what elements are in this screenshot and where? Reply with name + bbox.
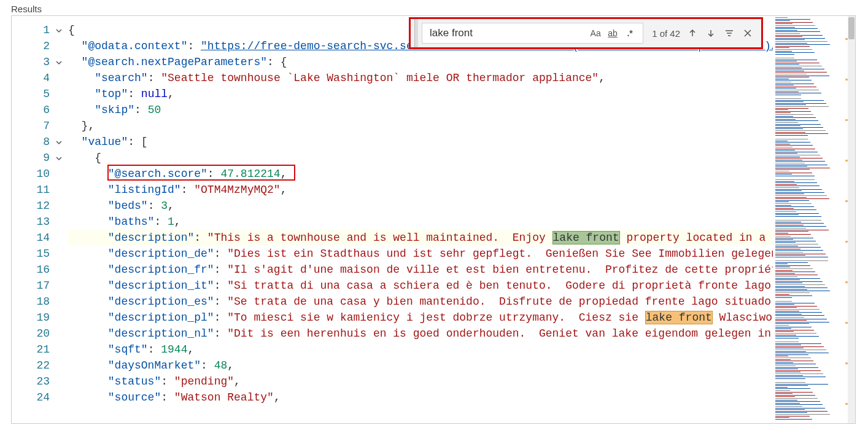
code-line: "description": "This is a townhouse and … xyxy=(68,230,773,246)
code-line: "listingId": "OTM4MzMyMQ2", xyxy=(68,182,773,198)
line-number: 19 xyxy=(12,310,68,326)
find-count: 1 of 42 xyxy=(652,28,680,39)
code-line: "search": "Seattle townhouse `Lake Washi… xyxy=(68,70,773,86)
find-resize-grip[interactable] xyxy=(414,19,418,47)
code-line: { xyxy=(68,150,773,166)
find-input[interactable] xyxy=(428,26,553,40)
line-number: 16 xyxy=(12,262,68,278)
code-line: "sqft": 1944, xyxy=(68,342,773,358)
regex-icon[interactable]: .* xyxy=(623,28,637,38)
search-match: lake front xyxy=(645,311,713,324)
code-line: "description_nl": "Dit is een herenhuis … xyxy=(68,326,773,342)
vertical-scrollbar[interactable] xyxy=(848,16,855,423)
code-line: "beds": 3, xyxy=(68,198,773,214)
code-line: "@search.nextPageParameters": { xyxy=(68,54,773,70)
line-number: 1 xyxy=(12,22,68,38)
line-number: 2 xyxy=(12,38,68,54)
code-line: "description_fr": "Il s'agit d'une maiso… xyxy=(68,262,773,278)
code-line: }, xyxy=(68,118,773,134)
code-line: "top": null, xyxy=(68,86,773,102)
find-widget: Aa ab .* 1 of 42 xyxy=(409,17,763,49)
line-gutter: 123456789101112131415161718192021222324 xyxy=(12,22,68,405)
match-case-icon[interactable]: Aa xyxy=(589,28,602,38)
editor-pane: Aa ab .* 1 of 42 xyxy=(11,15,856,424)
scrollbar-thumb[interactable] xyxy=(848,17,854,39)
code-view[interactable]: { "@odata.context": "https://free-demo-s… xyxy=(68,22,773,405)
line-number: 4 xyxy=(12,70,68,86)
line-number: 12 xyxy=(12,198,68,214)
code-line: "description_es": "Se trata de una casa … xyxy=(68,294,773,310)
code-line: "daysOnMarket": 48, xyxy=(68,358,773,373)
line-number: 21 xyxy=(12,342,68,358)
line-number: 7 xyxy=(12,118,68,134)
line-number: 9 xyxy=(12,150,68,166)
find-next-icon[interactable] xyxy=(705,27,717,39)
find-prev-icon[interactable] xyxy=(686,27,699,39)
line-number: 6 xyxy=(12,102,68,118)
line-number: 5 xyxy=(12,86,68,102)
code-line: "@search.score": 47.812214, xyxy=(68,166,773,182)
line-number: 3 xyxy=(12,54,68,70)
line-number: 8 xyxy=(12,134,68,150)
match-whole-word-icon[interactable]: ab xyxy=(606,28,619,38)
find-filter-icon[interactable] xyxy=(723,27,735,39)
line-number: 11 xyxy=(12,182,68,198)
find-input-wrap: Aa ab .* xyxy=(422,23,643,44)
results-header: Results xyxy=(0,0,868,15)
code-line: "value": [ xyxy=(68,134,773,150)
code-line: "status": "pending", xyxy=(68,373,773,389)
line-number: 18 xyxy=(12,294,68,310)
line-number: 15 xyxy=(12,246,68,262)
code-line: "description_it": "Si tratta di una casa… xyxy=(68,278,773,294)
code-line: "baths": 1, xyxy=(68,214,773,230)
code-line: "description_de": "Dies ist ein Stadthau… xyxy=(68,246,773,262)
line-number: 24 xyxy=(12,389,68,405)
line-number: 13 xyxy=(12,214,68,230)
line-number: 17 xyxy=(12,278,68,294)
line-number: 10 xyxy=(12,166,68,182)
code-line: "source": "Watson Realty", xyxy=(68,389,773,405)
line-number: 22 xyxy=(12,358,68,373)
search-match-current: lake front xyxy=(552,231,620,244)
find-close-icon[interactable] xyxy=(742,27,754,39)
code-line: "description_pl": "To miesci sie w kamie… xyxy=(68,310,773,326)
minimap[interactable] xyxy=(774,16,848,423)
line-number: 20 xyxy=(12,326,68,342)
code-line: "skip": 50 xyxy=(68,102,773,118)
line-number: 14 xyxy=(12,230,68,246)
line-number: 23 xyxy=(12,373,68,389)
